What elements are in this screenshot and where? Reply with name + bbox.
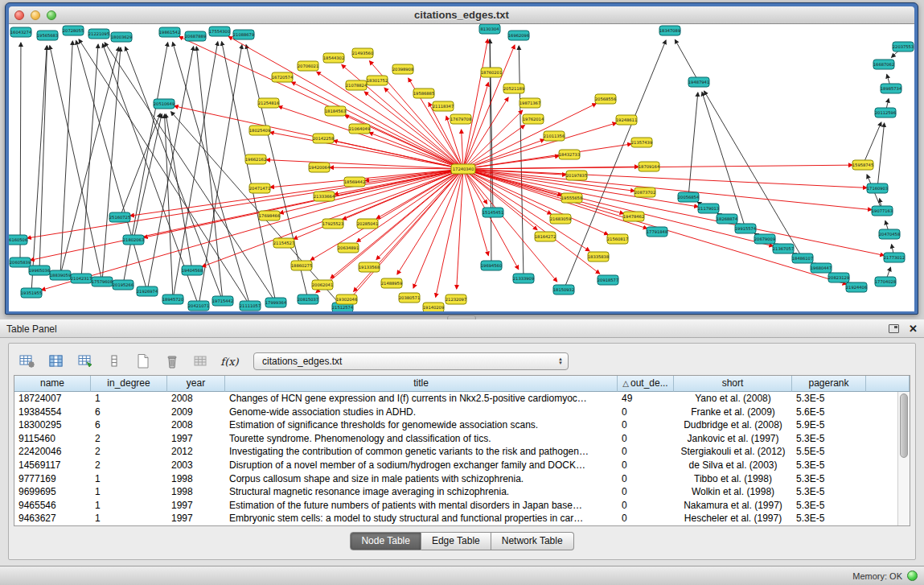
column-header-out-degree[interactable]: △out_de... [618,376,674,392]
citation-edge[interactable] [457,174,463,289]
import-table-icon[interactable] [73,350,97,373]
cell-in_degree[interactable]: 2 [91,432,167,446]
cell-title[interactable]: Structural magnetic resonance image aver… [225,485,618,499]
cell-pagerank[interactable]: 5.3E-5 [792,485,866,499]
cell-name[interactable]: 9463627 [14,512,91,525]
cell-year[interactable]: 1997 [167,432,225,446]
cell-year[interactable]: 2012 [167,445,225,459]
graph-node[interactable]: 19565683 [37,31,58,40]
graph-node[interactable]: 21802063 [123,235,144,245]
table-row[interactable]: 946362711997Embryonic stem cells: a mode… [14,512,897,525]
cell-title[interactable]: Disruption of a novel member of a sodium… [225,459,618,472]
citation-edge[interactable] [468,165,852,169]
column-header-title[interactable]: title [225,376,618,392]
citation-edge[interactable] [887,267,890,277]
cell-pagerank[interactable]: 5.6E-5 [792,406,866,419]
graph-node[interactable]: 19478462 [623,212,644,221]
graph-node[interactable]: 18184563 [325,106,346,116]
close-window-button[interactable] [14,10,24,20]
citation-edge[interactable] [60,41,72,270]
cell-in_degree[interactable]: 2 [91,459,167,472]
graph-node[interactable]: 20398908 [392,64,413,74]
cell-short[interactable]: Hescheler et al. (1997) [674,512,792,525]
graph-node[interactable]: 20873702 [634,187,655,197]
graph-node[interactable]: 18025409 [249,126,270,135]
close-panel-icon[interactable]: ✕ [909,323,918,334]
citation-edge[interactable] [886,99,889,108]
graph-node[interactable]: 19487941 [688,77,709,87]
graph-node[interactable]: 17160903 [867,183,888,193]
hub-node[interactable]: 17240340 [451,164,475,174]
table-row[interactable]: 977716911998Corpus callosum shape and si… [14,472,897,486]
cell-short[interactable]: Stergiakouli et al. (2012) [674,445,792,459]
graph-node[interactable]: 18301752 [367,76,388,85]
citation-edge[interactable] [350,173,461,300]
graph-node[interactable]: 21088679 [233,30,254,39]
citation-edge[interactable] [39,46,47,266]
graph-node[interactable]: 19420064 [309,163,331,172]
cell-out_degree[interactable]: 0 [618,445,674,459]
table-row[interactable]: 1830029562008Estimation of significance … [14,418,897,432]
citation-edge[interactable] [467,171,551,214]
citation-edge[interactable] [689,93,698,192]
zoom-window-button[interactable] [47,10,56,20]
table-row[interactable]: 2242004622012Investigating the contribut… [14,445,897,459]
graph-node[interactable]: 21118347 [433,101,454,111]
graph-node[interactable]: 17554300 [209,27,230,36]
citation-edge[interactable] [519,46,524,274]
citation-edge[interactable] [342,64,460,166]
citation-edge[interactable] [878,123,885,183]
graph-node[interactable]: 19915574 [735,224,757,233]
graph-node[interactable]: 21221095 [88,29,109,39]
graph-node[interactable]: 20470458 [879,229,900,239]
citation-edge[interactable] [31,46,47,288]
column-header-name[interactable]: name [14,376,91,392]
graph-node[interactable]: 18164272 [535,232,556,241]
graph-node[interactable]: 22037553 [893,42,914,51]
graph-node[interactable]: 19248611 [616,115,637,125]
graph-node[interactable]: 18335838 [588,252,609,262]
graph-node[interactable]: 17698466 [259,211,280,220]
graph-node[interactable]: 21924406 [846,282,867,292]
graph-node[interactable]: 20380571 [399,293,420,303]
network-graph[interactable]: 1604327419565683207280552122109518003629… [9,24,914,311]
cell-pagerank[interactable]: 5.3E-5 [792,472,866,486]
table-settings-icon[interactable] [15,350,39,373]
table-row[interactable]: 1938455462009Genome-wide association stu… [14,406,897,419]
cell-year[interactable]: 2009 [167,406,225,419]
cell-in_degree[interactable]: 1 [91,392,167,406]
graph-node[interactable]: 19302046 [336,295,357,304]
cell-out_degree[interactable]: 0 [618,499,674,513]
cell-short[interactable]: Tibbo et al. (1998) [674,472,792,486]
graph-node[interactable]: 15958745 [852,160,873,170]
graph-node[interactable]: 21488959 [381,278,402,288]
graph-node[interactable]: 17579608 [92,277,113,286]
new-table-icon[interactable] [131,350,154,373]
minimize-window-button[interactable] [31,10,40,20]
citation-edge[interactable] [20,43,21,257]
graph-node[interactable]: 18945720 [162,295,183,304]
citation-edge[interactable] [105,43,273,299]
graph-node[interactable]: 21926974 [137,286,158,296]
column-header-year[interactable]: year [167,376,225,392]
cell-year[interactable]: 1998 [167,485,225,499]
cell-title[interactable]: Changes of HCN gene expression and I(f) … [225,392,618,406]
graph-node[interactable]: 21042317 [71,274,92,283]
row-height-icon[interactable] [102,350,125,373]
cell-title[interactable]: Embryonic stem cells: a model to study s… [225,512,618,525]
cell-title[interactable]: Estimation of the future numbers of pati… [225,499,618,513]
graph-node[interactable]: 26160506 [9,235,27,245]
graph-node[interactable]: 21367057 [773,244,794,253]
graph-node[interactable]: 20687889 [185,31,206,41]
cell-out_degree[interactable]: 0 [618,406,674,419]
graph-node[interactable]: 20112596 [875,108,896,117]
function-builder-icon[interactable]: f(x) [218,350,241,373]
cell-out_degree[interactable]: 0 [618,418,674,432]
graph-node[interactable]: 21493560 [352,48,373,58]
graph-node[interactable]: 20510649 [154,99,175,109]
graph-node[interactable]: 20521189 [503,84,524,93]
graph-node[interactable]: 20471471 [249,183,270,193]
graph-node[interactable]: 19762014 [523,114,544,124]
cell-short[interactable]: Dudbridge et al. (2008) [674,418,792,432]
cell-pagerank[interactable]: 5.3E-5 [792,432,866,446]
